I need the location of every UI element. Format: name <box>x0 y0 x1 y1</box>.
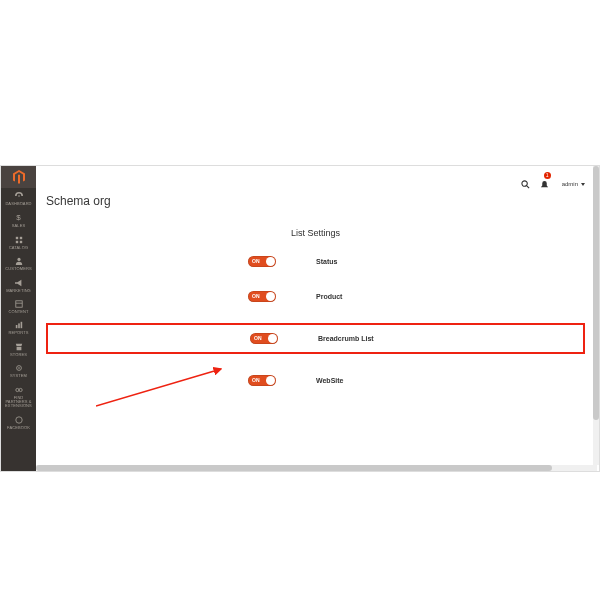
svg-rect-2 <box>19 237 21 239</box>
setting-label: WebSite <box>316 377 344 384</box>
chevron-down-icon <box>581 183 585 186</box>
sidebar-item-dashboard[interactable]: DASHBOARD <box>1 188 36 209</box>
admin-menu[interactable]: admin <box>559 181 585 187</box>
toggle-knob <box>266 376 275 385</box>
sidebar-item-partners[interactable]: FIND PARTNERS & EXTENSIONS <box>1 382 36 412</box>
toggle-website[interactable]: ON <box>248 375 276 386</box>
sidebar-label: MARKETING <box>2 289 35 293</box>
toggle-status[interactable]: ON <box>248 256 276 267</box>
notification-badge: 1 <box>544 172 551 179</box>
sidebar-label: SYSTEM <box>2 374 35 378</box>
setting-row-website: ON WebSite <box>46 372 585 389</box>
toggle-product[interactable]: ON <box>248 291 276 302</box>
setting-label: Status <box>316 258 337 265</box>
sidebar-label: CONTENT <box>2 310 35 314</box>
svg-point-15 <box>15 416 21 422</box>
scrollbar-horizontal[interactable] <box>36 465 597 471</box>
svg-point-16 <box>522 181 527 186</box>
sidebar-item-sales[interactable]: $ SALES <box>1 209 36 231</box>
toggle-knob <box>268 334 277 343</box>
sidebar-item-content[interactable]: CONTENT <box>1 296 36 317</box>
sidebar-label: FIND PARTNERS & EXTENSIONS <box>2 396 35 409</box>
search-icon[interactable] <box>521 175 530 193</box>
toggle-knob <box>266 292 275 301</box>
admin-label: admin <box>562 181 578 187</box>
top-bar: 1 admin <box>46 174 585 194</box>
svg-rect-9 <box>18 324 20 329</box>
scrollbar-vertical[interactable] <box>593 166 599 465</box>
notification-icon[interactable]: 1 <box>540 175 549 193</box>
svg-rect-1 <box>15 237 17 239</box>
sidebar-label: REPORTS <box>2 331 35 335</box>
sidebar-label: STORES <box>2 353 35 357</box>
toggle-on-label: ON <box>252 377 260 383</box>
svg-point-0 <box>18 195 20 197</box>
sidebar-item-reports[interactable]: REPORTS <box>1 317 36 338</box>
svg-point-14 <box>19 388 22 391</box>
sidebar-label: CATALOG <box>2 246 35 250</box>
svg-rect-4 <box>19 241 21 243</box>
setting-row-product: ON Product <box>46 288 585 305</box>
toggle-on-label: ON <box>252 258 260 264</box>
svg-rect-3 <box>15 241 17 243</box>
toggle-on-label: ON <box>254 335 262 341</box>
section-title: List Settings <box>46 228 585 238</box>
sidebar-label: DASHBOARD <box>2 202 35 206</box>
sidebar-label: SALES <box>2 224 35 228</box>
toggle-on-label: ON <box>252 293 260 299</box>
svg-rect-6 <box>15 301 21 307</box>
svg-rect-10 <box>20 322 22 328</box>
sidebar-item-system[interactable]: SYSTEM <box>1 360 36 381</box>
toggle-breadcrumb[interactable]: ON <box>250 333 278 344</box>
sidebar-item-catalog[interactable]: CATALOG <box>1 232 36 253</box>
setting-row-breadcrumb: ON Breadcrumb List <box>46 323 585 354</box>
sidebar-item-facebook[interactable]: FACEBOOK <box>1 412 36 433</box>
svg-point-13 <box>15 388 18 391</box>
sidebar-item-stores[interactable]: STORES <box>1 339 36 360</box>
page-title: Schema org <box>46 194 585 208</box>
sidebar-label: CUSTOMERS <box>2 267 35 271</box>
svg-rect-8 <box>15 325 17 328</box>
setting-label: Product <box>316 293 342 300</box>
sidebar-item-customers[interactable]: CUSTOMERS <box>1 253 36 274</box>
svg-point-12 <box>18 367 20 369</box>
svg-point-5 <box>17 258 20 261</box>
admin-sidebar: DASHBOARD $ SALES CATALOG CUSTOMERS MARK… <box>1 166 36 471</box>
content-area: 1 admin Schema org List Settings ON <box>36 166 599 471</box>
setting-row-status: ON Status <box>46 253 585 270</box>
toggle-knob <box>266 257 275 266</box>
sidebar-item-marketing[interactable]: MARKETING <box>1 275 36 296</box>
setting-label: Breadcrumb List <box>318 335 374 342</box>
magento-logo[interactable] <box>1 166 36 188</box>
sidebar-label: FACEBOOK <box>2 426 35 430</box>
settings-list: ON Status ON Product <box>46 253 585 389</box>
svg-line-17 <box>527 186 529 188</box>
